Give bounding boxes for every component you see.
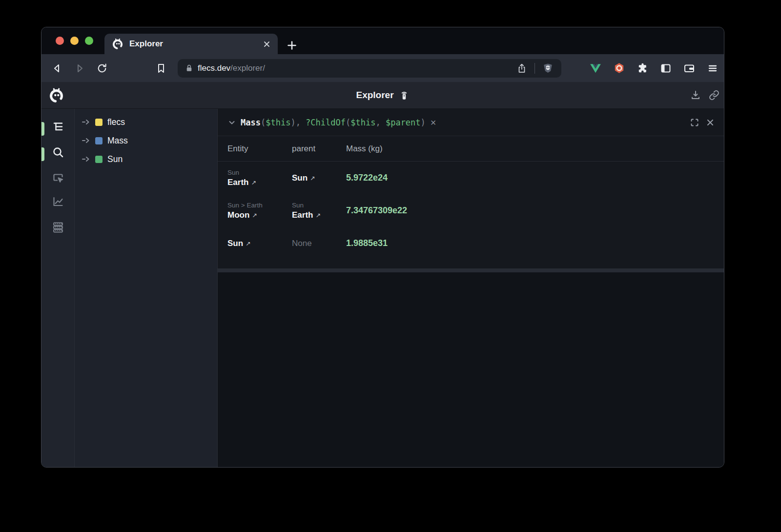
table-header: Entity parent Mass (kg) <box>218 136 724 162</box>
browser-window: Explorer <box>41 27 724 468</box>
entity-color-swatch <box>95 137 103 144</box>
entity-cell: Sun↗ <box>227 239 292 248</box>
permalink-icon[interactable] <box>707 88 721 102</box>
column-header-parent: parent <box>292 144 346 154</box>
close-window-button[interactable] <box>56 37 64 45</box>
clear-query-icon[interactable]: × <box>431 118 436 127</box>
inspector-panel-button[interactable] <box>48 168 68 188</box>
panel-resize-handle[interactable] <box>218 268 724 272</box>
sidebar-rail <box>41 109 75 467</box>
external-link-icon: ↗ <box>315 211 320 219</box>
address-bar[interactable]: flecs.dev/explorer/ <box>178 59 561 78</box>
url-path: /explorer/ <box>230 63 265 73</box>
browser-toolbar: flecs.dev/explorer/ <box>41 54 724 82</box>
entity-link[interactable]: Sun <box>227 239 243 248</box>
stats-panel-button[interactable] <box>48 192 68 211</box>
entity-color-swatch <box>95 156 103 163</box>
entity-path: Sun <box>292 202 346 209</box>
query-token: ( <box>346 118 350 127</box>
entity-path: Sun <box>227 169 292 176</box>
expand-arrow-icon[interactable] <box>81 156 91 163</box>
tree-item-label[interactable]: flecs <box>107 117 125 127</box>
search-panel-button[interactable] <box>48 143 68 162</box>
minimize-window-button[interactable] <box>70 37 79 45</box>
memory-panel-button[interactable] <box>48 218 68 237</box>
divider <box>534 63 535 74</box>
expand-arrow-icon[interactable] <box>81 119 91 125</box>
vue-devtools-icon[interactable] <box>587 60 604 77</box>
tree-item-label[interactable]: Mass <box>107 136 128 146</box>
mass-value: 5.9722e24 <box>346 173 724 183</box>
tree-item-mass[interactable]: Mass <box>75 131 217 150</box>
entity-link[interactable]: Earth <box>227 178 248 187</box>
entity-link[interactable]: Sun <box>292 173 308 183</box>
mass-value: 1.9885e31 <box>346 238 724 248</box>
tab-strip: Explorer <box>41 27 724 54</box>
reload-button[interactable] <box>93 60 111 77</box>
query-token: ) <box>421 118 426 127</box>
tree-item-label[interactable]: Sun <box>107 154 123 164</box>
extensions-row <box>587 60 721 77</box>
extensions-puzzle-icon[interactable] <box>634 60 651 77</box>
external-link-icon: ↗ <box>310 174 315 182</box>
hexagon-extension-icon[interactable] <box>610 60 628 77</box>
brave-shield-icon[interactable] <box>541 61 555 75</box>
tree-item-sun[interactable]: Sun <box>75 150 217 168</box>
column-header-mass: Mass (kg) <box>346 144 724 154</box>
entity-cell: Sun Earth↗ <box>227 169 292 187</box>
lock-icon <box>185 63 194 73</box>
query-token: ), <box>290 118 306 127</box>
external-link-icon: ↗ <box>252 211 257 219</box>
tab-close-icon[interactable] <box>261 39 272 49</box>
column-header-entity: Entity <box>227 144 292 154</box>
table-row[interactable]: Sun > Earth Moon↗ Sun Earth↗ 7.34767309e… <box>218 194 724 227</box>
sidebar-toggle-icon[interactable] <box>657 60 675 77</box>
fullscreen-icon[interactable] <box>690 118 699 127</box>
query-panel: Mass($this), ?ChildOf($this, $parent) × <box>218 109 724 272</box>
entity-link[interactable]: Earth <box>292 210 313 220</box>
flecs-favicon-icon <box>111 38 124 50</box>
close-panel-icon[interactable] <box>706 119 714 126</box>
remote-connection-icon[interactable] <box>399 89 410 101</box>
share-icon[interactable] <box>515 61 529 75</box>
back-button[interactable] <box>48 60 66 77</box>
query-token: $this <box>350 118 375 127</box>
tree-panel-button[interactable] <box>48 117 68 137</box>
query-expression[interactable]: Mass($this), ?ChildOf($this, $parent) <box>241 118 426 127</box>
query-token: $this <box>266 118 290 127</box>
expand-arrow-icon[interactable] <box>81 137 91 144</box>
entity-link[interactable]: Moon <box>227 210 249 220</box>
external-link-icon: ↗ <box>246 240 250 247</box>
maximize-window-button[interactable] <box>85 37 93 45</box>
active-indicator <box>41 122 44 136</box>
new-tab-button[interactable] <box>286 39 298 52</box>
parent-cell: None <box>292 239 346 248</box>
table-row[interactable]: Sun↗ None 1.9885e31 <box>218 227 724 260</box>
parent-none-value: None <box>292 239 312 248</box>
external-link-icon: ↗ <box>251 179 256 186</box>
download-icon[interactable] <box>689 88 702 102</box>
entity-color-swatch <box>95 119 103 126</box>
tab-title: Explorer <box>129 39 261 49</box>
tree-item-flecs[interactable]: flecs <box>75 113 217 131</box>
entity-cell: Sun > Earth Moon↗ <box>227 202 292 220</box>
collapse-chevron-icon[interactable] <box>227 118 236 127</box>
url-text: flecs.dev/explorer/ <box>198 63 515 73</box>
url-domain: flecs.dev <box>198 63 230 73</box>
entity-path: Sun > Earth <box>227 202 292 209</box>
parent-cell: Sun Earth↗ <box>292 202 346 220</box>
results-area: Mass($this), ?ChildOf($this, $parent) × <box>218 109 724 467</box>
bookmark-icon[interactable] <box>152 60 170 77</box>
empty-canvas <box>218 272 724 467</box>
table-row[interactable]: Sun Earth↗ Sun↗ 5.9722e24 <box>218 162 724 194</box>
query-header: Mass($this), ?ChildOf($this, $parent) × <box>218 109 724 136</box>
query-token: Mass <box>241 118 261 127</box>
parent-cell: Sun↗ <box>292 173 346 183</box>
forward-button[interactable] <box>71 60 88 77</box>
menu-icon[interactable] <box>704 60 721 77</box>
app-header: Explorer <box>41 82 724 109</box>
flecs-logo-icon[interactable] <box>48 87 65 104</box>
wallet-icon[interactable] <box>680 60 698 77</box>
query-token: , <box>375 118 385 127</box>
browser-tab[interactable]: Explorer <box>104 34 278 54</box>
